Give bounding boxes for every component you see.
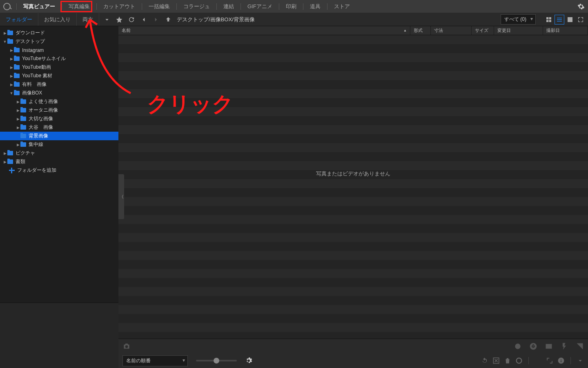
detail-view-button[interactable]	[565, 15, 575, 25]
tree-row-9[interactable]: ▶ オータニ画像	[0, 106, 118, 114]
col-name[interactable]: 名前▲	[118, 26, 410, 35]
expand-chevron-icon[interactable]	[577, 357, 584, 364]
tree-twisty-icon[interactable]: ▶	[9, 74, 14, 78]
tree-row-6[interactable]: ▶ 有料 画像	[0, 80, 118, 89]
tree-label: Instagram	[22, 47, 44, 53]
folder-icon	[14, 91, 20, 95]
sub-navigation-bar: フォルダーお気に入り両方 デスクトップ/画像BOX/背景画像 すべて (0)	[0, 13, 588, 26]
up-arrow-icon[interactable]	[165, 16, 172, 23]
tree-row-7[interactable]: ▼ 画像BOX	[0, 89, 118, 97]
timer-icon[interactable]	[514, 342, 522, 350]
tree-twisty-icon[interactable]: ▼	[9, 91, 14, 95]
plus-icon	[9, 168, 15, 173]
col-dimensions[interactable]: 寸法	[431, 26, 472, 35]
col-shot-date[interactable]: 撮影日	[543, 26, 588, 35]
menu-item-0[interactable]: 写真ビュアー	[21, 3, 58, 10]
tree-twisty-icon[interactable]: ▶	[2, 160, 7, 164]
tree-twisty-icon[interactable]: ▶	[9, 83, 14, 87]
sort-dropdown[interactable]: 名前の順番	[122, 355, 188, 366]
tree-twisty-icon[interactable]: ▶	[2, 31, 7, 35]
tree-row-13[interactable]: ▶ 集中線	[0, 140, 118, 149]
subnav-tab-0[interactable]: フォルダー	[0, 13, 38, 26]
tree-twisty-icon[interactable]: ▶	[16, 117, 20, 121]
tree-row-0[interactable]: ▶ ダウンロード	[0, 29, 118, 37]
tree-row-10[interactable]: ▶ 大切な画像	[0, 114, 118, 123]
menu-item-4[interactable]: コラージュ	[181, 3, 212, 10]
trash-icon[interactable]	[504, 357, 511, 364]
tree-twisty-icon[interactable]: ▶	[9, 48, 14, 52]
menu-item-1[interactable]: 写真編集	[66, 3, 92, 10]
thumbnail-settings-gear-icon[interactable]	[245, 357, 252, 364]
tree-twisty-icon[interactable]: ▶	[16, 126, 20, 130]
tree-label: ピクチャ	[16, 150, 35, 157]
subnav-tab-1[interactable]: お気に入り	[38, 13, 77, 26]
folder-icon	[20, 125, 26, 130]
folder-sidebar: ▶ ダウンロード ▼ デスクトップ ▶ Instagram ▶ YouTubeサ…	[0, 26, 118, 368]
delete-x-icon[interactable]	[492, 357, 500, 364]
list-view-button[interactable]	[555, 15, 564, 25]
camera-icon[interactable]	[122, 342, 131, 350]
tree-twisty-icon[interactable]: ▶	[16, 108, 20, 112]
col-modified[interactable]: 変更日	[494, 26, 543, 35]
folder-icon	[7, 31, 13, 35]
rotate-icon[interactable]	[481, 357, 488, 364]
flash-icon[interactable]	[560, 342, 568, 350]
refresh-icon[interactable]	[128, 16, 135, 23]
tree-row-8[interactable]: ▶ よく使う画像	[0, 97, 118, 106]
menu-item-2[interactable]: カットアウト	[101, 3, 138, 10]
back-arrow-icon[interactable]	[140, 16, 147, 23]
resize-icon[interactable]	[546, 357, 553, 364]
exposure-icon[interactable]	[576, 342, 584, 350]
crop-icon[interactable]	[515, 357, 523, 364]
zoom-slider-thumb[interactable]	[214, 358, 219, 364]
history-dropdown-icon[interactable]	[103, 16, 111, 23]
tree-row-12[interactable]: 背景画像	[0, 132, 118, 140]
folder-icon	[20, 99, 26, 104]
add-folder-row[interactable]: フォルダーを追加	[0, 166, 118, 175]
folder-icon	[14, 56, 20, 61]
tree-twisty-icon[interactable]: ▶	[16, 143, 20, 147]
settings-gear-icon[interactable]	[577, 3, 585, 10]
tree-row-15[interactable]: ▶ 書類	[0, 157, 118, 166]
tree-twisty-icon[interactable]: ▼	[2, 40, 7, 44]
bottom-toolbar-1	[118, 339, 588, 353]
column-headers: 名前▲ 形式 寸法 サイズ 変更日 撮影日	[118, 26, 588, 35]
tree-row-4[interactable]: ▶ YouTube動画	[0, 63, 118, 72]
tree-row-14[interactable]: ▶ ピクチャ	[0, 149, 118, 157]
tree-row-3[interactable]: ▶ YouTubeサムネイル	[0, 54, 118, 63]
tree-twisty-icon[interactable]: ▶	[16, 100, 20, 104]
tree-twisty-icon[interactable]: ▶	[9, 65, 14, 70]
tree-row-11[interactable]: ▶ 大谷 画像	[0, 123, 118, 132]
grid-view-button[interactable]	[544, 15, 554, 25]
tree-twisty-icon[interactable]: ▶	[2, 151, 7, 155]
filter-dropdown[interactable]: すべて (0)	[501, 14, 536, 25]
aperture-icon[interactable]	[529, 342, 537, 350]
iso-icon[interactable]	[545, 342, 553, 350]
tree-label: 有料 画像	[22, 81, 47, 88]
col-size[interactable]: サイズ	[472, 26, 494, 35]
menu-item-5[interactable]: 連結	[221, 3, 236, 10]
adjust-icon[interactable]	[535, 357, 542, 364]
menu-item-9[interactable]: ストア	[332, 3, 352, 10]
info-icon[interactable]	[557, 357, 565, 364]
menu-item-6[interactable]: GIFアニメ	[245, 3, 275, 10]
menu-item-3[interactable]: 一括編集	[146, 3, 172, 10]
menu-item-7[interactable]: 印刷	[283, 3, 299, 10]
star-icon[interactable]	[116, 16, 123, 23]
collapse-sidebar-handle[interactable]: 〈	[118, 174, 124, 219]
col-format[interactable]: 形式	[410, 26, 431, 35]
tree-row-5[interactable]: ▶ YouTube 素材	[0, 72, 118, 80]
subnav-tab-2[interactable]: 両方	[77, 13, 99, 26]
fullscreen-view-button[interactable]	[576, 15, 586, 25]
zoom-slider[interactable]	[196, 360, 237, 361]
menu-item-8[interactable]: 道具	[307, 3, 323, 10]
tree-twisty-icon[interactable]: ▶	[9, 57, 14, 61]
tree-row-2[interactable]: ▶ Instagram	[0, 46, 118, 54]
sidebar-preview-panel	[0, 303, 118, 368]
tree-label: オータニ画像	[29, 107, 58, 114]
folder-icon	[20, 117, 26, 121]
tree-row-1[interactable]: ▼ デスクトップ	[0, 37, 118, 46]
folder-tree: ▶ ダウンロード ▼ デスクトップ ▶ Instagram ▶ YouTubeサ…	[0, 26, 118, 303]
tree-label: YouTubeサムネイル	[22, 55, 66, 62]
tree-label: YouTube動画	[22, 64, 51, 71]
